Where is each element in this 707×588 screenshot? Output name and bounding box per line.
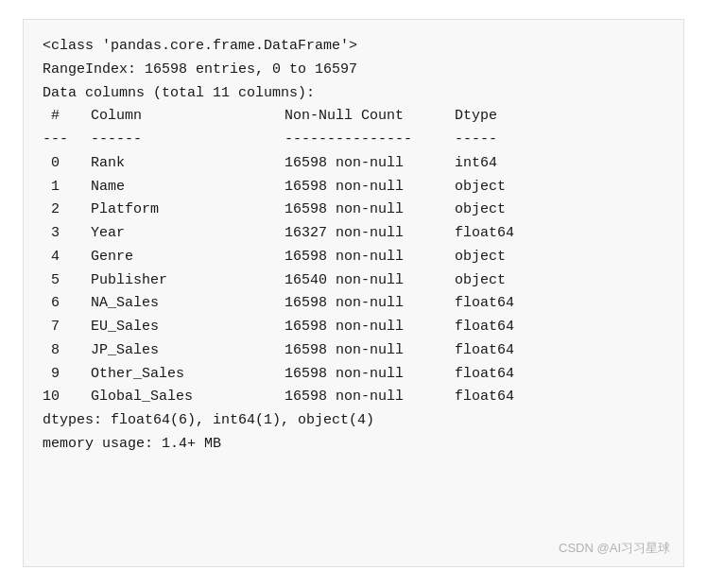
table-row: 5 Publisher 16540 non-null object — [43, 269, 514, 293]
cell-nonnull: 16598 non-null — [230, 386, 438, 409]
cell-nonnull: 16598 non-null — [230, 246, 438, 269]
cell-dtype: float64 — [438, 292, 514, 316]
cell-nonnull: 16598 non-null — [230, 176, 438, 199]
table-row: 1 Name 16598 non-null object — [43, 176, 514, 199]
cell-row-num: 9 — [43, 363, 78, 387]
cell-dtype: float64 — [438, 316, 514, 339]
table-row: 3 Year 16327 non-null float64 — [43, 222, 514, 246]
cell-dtype: int64 — [438, 152, 514, 176]
watermark-text: CSDN @AI习习星球 — [559, 540, 670, 557]
cell-dtype: object — [438, 246, 514, 269]
footer-memory: memory usage: 1.4+ MB — [43, 433, 664, 457]
cell-column-name: Rank — [78, 152, 230, 176]
cell-nonnull: 16327 non-null — [230, 222, 438, 246]
cell-column-name: Other_Sales — [78, 363, 230, 387]
header-line1: <class 'pandas.core.frame.DataFrame'> — [43, 35, 664, 59]
cell-nonnull: 16598 non-null — [230, 292, 438, 316]
cell-nonnull: 16598 non-null — [230, 152, 438, 176]
cell-dtype: object — [438, 199, 514, 222]
cell-row-num: 7 — [43, 316, 78, 339]
cell-row-num: 5 — [43, 269, 78, 293]
footer-dtypes: dtypes: float64(6), int64(1), object(4) — [43, 409, 664, 433]
dataframe-info-block: <class 'pandas.core.frame.DataFrame'> Ra… — [23, 19, 684, 567]
sep-dtype: ----- — [438, 129, 514, 152]
cell-nonnull: 16598 non-null — [230, 316, 438, 339]
table-row: 2 Platform 16598 non-null object — [43, 199, 514, 222]
sep-nonnull: --------------- — [230, 129, 438, 152]
cell-column-name: JP_Sales — [78, 339, 230, 363]
cell-nonnull: 16598 non-null — [230, 339, 438, 363]
table-row: 4 Genre 16598 non-null object — [43, 246, 514, 269]
cell-column-name: Genre — [78, 246, 230, 269]
sep-num: --- — [43, 129, 78, 152]
cell-dtype: float64 — [438, 386, 514, 409]
cell-row-num: 0 — [43, 152, 78, 176]
cell-nonnull: 16598 non-null — [230, 363, 438, 387]
cell-dtype: object — [438, 176, 514, 199]
cell-dtype: float64 — [438, 339, 514, 363]
cell-nonnull: 16598 non-null — [230, 199, 438, 222]
cell-dtype: float64 — [438, 222, 514, 246]
columns-table: # Column Non-Null Count Dtype --- ------… — [43, 105, 514, 409]
cell-nonnull: 16540 non-null — [230, 269, 438, 293]
cell-row-num: 3 — [43, 222, 78, 246]
cell-column-name: Publisher — [78, 269, 230, 293]
cell-dtype: object — [438, 269, 514, 293]
table-row: 8 JP_Sales 16598 non-null float64 — [43, 339, 514, 363]
cell-row-num: 1 — [43, 176, 78, 199]
sep-col: ------ — [78, 129, 230, 152]
table-row: 9 Other_Sales 16598 non-null float64 — [43, 363, 514, 387]
header-line3: Data columns (total 11 columns): — [43, 82, 664, 106]
col-header-nonnull: Non-Null Count — [230, 105, 438, 129]
cell-row-num: 8 — [43, 339, 78, 363]
cell-row-num: 4 — [43, 246, 78, 269]
table-header-row: # Column Non-Null Count Dtype — [43, 105, 514, 129]
cell-row-num: 2 — [43, 199, 78, 222]
separator-row: --- ------ --------------- ----- — [43, 129, 514, 152]
table-row: 10 Global_Sales 16598 non-null float64 — [43, 386, 514, 409]
cell-column-name: EU_Sales — [78, 316, 230, 339]
cell-column-name: NA_Sales — [78, 292, 230, 316]
cell-row-num: 10 — [43, 386, 78, 409]
cell-column-name: Name — [78, 176, 230, 199]
table-row: 0 Rank 16598 non-null int64 — [43, 152, 514, 176]
cell-column-name: Year — [78, 222, 230, 246]
cell-column-name: Global_Sales — [78, 386, 230, 409]
cell-row-num: 6 — [43, 292, 78, 316]
header-line2: RangeIndex: 16598 entries, 0 to 16597 — [43, 59, 664, 82]
col-header-num: # — [43, 105, 78, 129]
table-row: 6 NA_Sales 16598 non-null float64 — [43, 292, 514, 316]
table-row: 7 EU_Sales 16598 non-null float64 — [43, 316, 514, 339]
col-header-column: Column — [78, 105, 230, 129]
cell-dtype: float64 — [438, 363, 514, 387]
col-header-dtype: Dtype — [438, 105, 514, 129]
cell-column-name: Platform — [78, 199, 230, 222]
